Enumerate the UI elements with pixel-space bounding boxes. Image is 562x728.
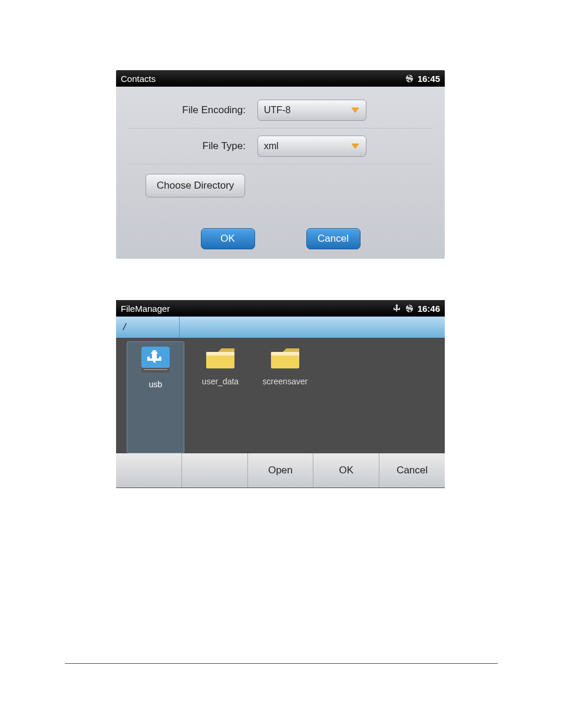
path-segment[interactable]: / [116, 317, 180, 338]
chevron-down-icon [351, 107, 360, 114]
file-label: screensaver [263, 377, 308, 386]
filemanager-window: FileManager 16:46 / usb [116, 300, 445, 488]
bottom-bar: Open OK Cancel [116, 453, 445, 487]
bottom-slot-empty[interactable] [182, 453, 248, 487]
dialog-buttons: OK Cancel [116, 228, 445, 249]
window-title: FileManager [121, 304, 393, 314]
file-item-screensaver[interactable]: screensaver [256, 341, 314, 453]
svg-marker-1 [352, 144, 359, 149]
file-grid: usb user_data screensaver [116, 338, 445, 453]
cancel-button[interactable]: Cancel [379, 453, 445, 487]
file-label: usb [149, 380, 163, 389]
filetype-label: File Type: [128, 140, 246, 152]
usb-drive-icon [138, 344, 173, 377]
form-area: File Encoding: UTF-8 File Type: xml Choo… [116, 87, 445, 205]
title-bar: Contacts 16:45 [116, 70, 445, 87]
filetype-value: xml [264, 141, 351, 151]
folder-icon [204, 344, 237, 374]
choose-directory-button[interactable]: Choose Directory [146, 174, 245, 197]
row-encoding: File Encoding: UTF-8 [128, 93, 433, 129]
file-label: user_data [202, 377, 239, 386]
window-title: Contacts [121, 74, 405, 84]
status-time: 16:45 [418, 74, 440, 84]
usb-icon [393, 304, 401, 313]
open-button[interactable]: Open [248, 453, 314, 487]
divider [65, 663, 498, 664]
contacts-dialog: Contacts 16:45 File Encoding: UTF-8 File… [116, 70, 445, 259]
title-bar: FileManager 16:46 [116, 300, 445, 317]
path-bar: / [116, 317, 445, 338]
svg-marker-0 [352, 108, 359, 113]
folder-icon [269, 344, 302, 374]
encoding-dropdown[interactable]: UTF-8 [257, 100, 366, 121]
file-item-usb[interactable]: usb [127, 341, 184, 453]
sync-icon [405, 304, 414, 313]
chevron-down-icon [351, 143, 360, 150]
cancel-button[interactable]: Cancel [306, 228, 361, 249]
svg-rect-8 [271, 352, 299, 355]
ok-button[interactable]: OK [201, 228, 255, 249]
row-choosedir: Choose Directory [128, 164, 433, 205]
row-filetype: File Type: xml [128, 129, 433, 164]
svg-rect-4 [144, 369, 167, 370]
file-item-userdata[interactable]: user_data [191, 341, 249, 453]
encoding-label: File Encoding: [128, 104, 246, 116]
encoding-value: UTF-8 [264, 105, 351, 116]
bottom-slot-empty[interactable] [116, 453, 182, 487]
sync-icon [405, 74, 414, 83]
svg-rect-6 [206, 352, 234, 355]
ok-button[interactable]: OK [313, 453, 379, 487]
filetype-dropdown[interactable]: xml [257, 136, 366, 157]
status-time: 16:46 [418, 304, 440, 314]
